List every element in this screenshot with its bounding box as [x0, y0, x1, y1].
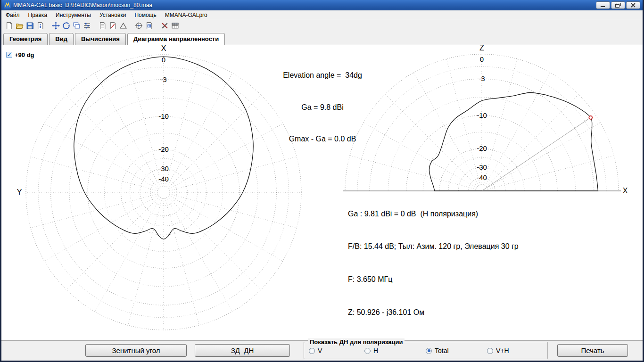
checkbox-check-icon: ✓	[6, 52, 12, 58]
file-info-button[interactable]	[35, 21, 45, 32]
svg-text:-3: -3	[479, 74, 485, 82]
svg-text:-3: -3	[160, 75, 166, 83]
radio-label: V	[318, 347, 322, 354]
app-icon	[4, 1, 11, 8]
svg-text:-10: -10	[158, 112, 169, 120]
tab-calculations[interactable]: Вычисления	[75, 33, 126, 45]
title-bar: MMANA-GAL basic D:\RADIO\Maxon\mocson_80…	[1, 0, 643, 10]
radio-polarization-total[interactable]: Total	[426, 347, 449, 354]
bottom-controls: Зенитный угол ЗД ДН Показать ДН для поля…	[1, 340, 643, 361]
antenna-info: Ga : 9.81 dBi = 0 dB (Н поляризация) F/B…	[348, 186, 520, 362]
radio-circle-icon	[364, 348, 371, 354]
svg-text:-30: -30	[477, 163, 487, 171]
info-line-gain: Ga : 9.81 dBi = 0 dB (Н поляризация)	[348, 208, 520, 219]
svg-text:0: 0	[480, 55, 484, 63]
crosshair-icon	[135, 22, 143, 32]
svg-text:-30: -30	[158, 165, 169, 173]
new-file-icon	[5, 22, 13, 32]
svg-text:-40: -40	[158, 175, 169, 183]
new-file-button[interactable]	[4, 21, 14, 32]
tab-radiation-pattern[interactable]: Диаграмма направленности	[127, 33, 225, 45]
wires-view-button[interactable]	[97, 21, 107, 32]
minimize-button[interactable]	[596, 1, 610, 9]
application-window: MMANA-GAL basic D:\RADIO\Maxon\mocson_80…	[0, 0, 644, 362]
annot-ga: Ga = 9.8 dBi	[233, 102, 412, 113]
triangle-icon	[119, 22, 127, 32]
menu-bar: Файл Правка Инструменты Установки Помощь…	[1, 10, 643, 20]
elevation-pattern-curve	[429, 92, 598, 191]
tools-button[interactable]	[159, 21, 170, 32]
tab-geometry[interactable]: Геометрия	[3, 33, 48, 45]
svg-text:0: 0	[162, 56, 165, 64]
menu-mmana-galpro[interactable]: MMANA-GALpro	[161, 11, 212, 19]
svg-text:-40: -40	[477, 173, 487, 181]
rotate-button[interactable]	[61, 21, 71, 32]
radio-circle-icon	[426, 348, 432, 354]
document-grid-icon	[145, 22, 153, 32]
edit-wire-button[interactable]	[107, 21, 118, 32]
menu-file[interactable]: Файл	[1, 11, 24, 19]
polarization-group-title: Показать ДН для поляризации	[308, 338, 405, 346]
radio-circle-icon	[487, 348, 493, 354]
restore-button[interactable]	[611, 1, 625, 9]
menu-edit[interactable]: Правка	[24, 11, 52, 19]
plus90-checkbox-label: +90 dg	[15, 51, 34, 58]
window-controls	[596, 1, 640, 9]
pattern-summary: Elevation angle = 34dg Ga = 9.8 dBi Gmax…	[233, 49, 412, 166]
svg-text:Z: Z	[479, 45, 484, 52]
window-title: MMANA-GAL basic D:\RADIO\Maxon\mocson_80…	[13, 2, 152, 8]
annot-elevation-angle: Elevation angle = 34dg	[233, 70, 412, 81]
crossed-tools-icon	[161, 22, 169, 32]
radio-label: Total	[435, 347, 449, 354]
save-icon	[26, 22, 34, 32]
close-button[interactable]	[626, 1, 640, 9]
document-lines-icon	[99, 22, 107, 32]
svg-text:X: X	[623, 187, 628, 195]
sliders-icon	[83, 22, 91, 32]
svg-text:-10: -10	[477, 111, 487, 119]
print-button[interactable]: Печать	[557, 344, 628, 357]
menu-setup[interactable]: Установки	[95, 11, 130, 19]
svg-text:X: X	[161, 45, 166, 52]
radio-polarization-v[interactable]: V	[309, 347, 322, 354]
svg-text:-20: -20	[477, 144, 487, 152]
open-folder-icon	[16, 22, 24, 32]
info-line-frequency: F: 3.650 МГц	[348, 274, 520, 285]
plus90-checkbox[interactable]: ✓ +90 dg	[6, 51, 34, 58]
radio-label: H	[373, 347, 378, 354]
copy-table-button[interactable]	[144, 21, 154, 32]
table-button[interactable]	[170, 21, 180, 32]
file-info-icon	[36, 22, 44, 32]
polarization-groupbox: Показать ДН для поляризации V H Total V+…	[304, 342, 548, 359]
save-button[interactable]	[25, 21, 35, 32]
tab-view[interactable]: Вид	[49, 33, 74, 45]
menu-help[interactable]: Помощь	[130, 11, 160, 19]
info-line-impedance: Z: 50.926 - j36.101 Ом	[348, 307, 520, 318]
document-pencil-icon	[109, 22, 117, 32]
3d-pattern-button[interactable]: ЗД ДН	[195, 344, 290, 357]
cascade-windows-icon	[73, 22, 81, 32]
radio-polarization-vh[interactable]: V+H	[487, 347, 509, 354]
open-file-button[interactable]	[14, 21, 25, 32]
tab-bar: Геометрия Вид Вычисления Диаграмма напра…	[1, 33, 643, 45]
zenith-angle-button[interactable]: Зенитный угол	[85, 344, 187, 357]
menu-tools[interactable]: Инструменты	[51, 11, 95, 19]
move-icon	[52, 22, 60, 32]
plot-area: 0-3-10-20-30-40XY0-3-10-20-30-40ZX ✓ +90…	[1, 45, 643, 340]
center-view-button[interactable]	[133, 21, 144, 32]
cascade-windows-button[interactable]	[71, 21, 82, 32]
max-gain-marker[interactable]	[589, 116, 592, 119]
shape-button[interactable]	[118, 21, 128, 32]
radio-circle-icon	[309, 348, 315, 354]
radio-label: V+H	[496, 347, 509, 354]
move-button[interactable]	[50, 21, 61, 32]
annot-gmax-delta: Gmax - Ga = 0.0 dB	[233, 134, 412, 145]
radio-polarization-h[interactable]: H	[364, 347, 378, 354]
options-button[interactable]	[82, 21, 92, 32]
info-line-front-back: F/B: 15.44 dB; Тыл: Азим. 120 гр, Элевац…	[348, 241, 520, 252]
table-grid-icon	[171, 22, 179, 32]
svg-text:Y: Y	[17, 188, 22, 196]
rotate-icon	[62, 22, 70, 32]
toolbar	[1, 20, 643, 33]
svg-text:-20: -20	[158, 145, 169, 153]
